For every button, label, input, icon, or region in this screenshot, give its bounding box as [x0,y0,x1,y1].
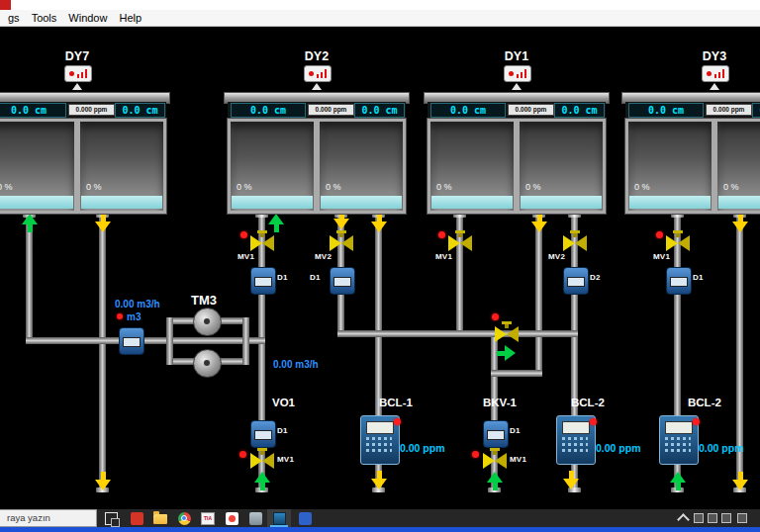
red-white-app-icon[interactable] [220,509,243,527]
pipe [337,330,578,337]
flow-meter[interactable] [119,327,144,355]
station-label-vo1: VO1 [272,397,295,408]
valve-mv2[interactable] [330,230,353,251]
station-label-bcl2: BCL-2 [688,397,721,408]
search-text: raya yazın [7,512,50,523]
flow-arrow-up-icon [22,214,38,232]
fill-percent: 0 % [0,182,13,192]
pipe [535,213,542,377]
tray-icon[interactable] [694,513,704,523]
flow-arrow-down-icon [95,472,111,490]
analyzer-reading: 0.00 ppm [596,442,641,454]
pump-loop-pipe [166,317,173,365]
liquid-level [321,196,402,209]
tank-cabinet-dy3: DY3 0.0 cm 0.000 ppm 0.0 cm 0 % 0 % [625,49,760,214]
tray-icon[interactable] [721,513,731,523]
tia-portal-icon[interactable]: TIA [196,509,220,527]
taskbar-search-input[interactable]: raya yazın [0,509,97,527]
flow-value: 0.00 m3/h [273,359,319,370]
fill-percent: 0 % [525,182,541,192]
tank-cabinet-dy1: DY1 0.0 cm 0.000 ppm 0.0 cm 0 % 0 % [428,49,606,214]
flow-meter[interactable] [666,267,692,295]
fill-percent: 0 % [634,182,650,192]
liquid-level [0,196,73,209]
valve-mv2[interactable] [563,230,587,251]
valve-bkv[interactable] [495,321,519,342]
meter-label: D1 [310,273,321,282]
tray-icon[interactable] [737,513,747,523]
analyzer-display [665,421,693,434]
ppm-readout: 0.000 ppm [706,104,752,116]
chrome-icon[interactable] [172,509,196,527]
folder-icon[interactable] [148,509,172,527]
tank-label: DY3 [625,49,760,63]
readout-row: 0.0 cm 0.000 ppm 0.0 cm [428,102,606,119]
flow-meter[interactable] [330,267,355,295]
meter-display [670,277,688,287]
level-sensor-icon [304,65,332,82]
meter-label: D1 [510,426,521,435]
alarm-indicator [492,313,499,320]
flow-arrow-up-icon [670,472,686,490]
level-sensor-icon [64,65,92,82]
tank-compartment: 0 % [231,122,314,211]
dosing-device[interactable] [483,420,509,448]
valve-mv1[interactable] [250,448,274,469]
menu-item-help[interactable]: Help [119,12,142,24]
tray-chevron-up-icon[interactable] [677,513,690,526]
station-label-bcl2: BCL-2 [571,397,605,408]
flow-arrow-down-icon [531,214,547,232]
scada-runtime-icon[interactable] [267,509,291,527]
desktop: { "window": { "menu": ["gs", "Tools", "W… [0,0,760,532]
flow-arrow-down-icon [371,471,387,489]
menu-item-window[interactable]: Window [68,12,107,24]
valve-label: MV1 [238,252,254,261]
valve-mv1[interactable] [448,230,472,251]
liquid-level [431,196,513,209]
tray-icon[interactable] [708,513,717,523]
level-readout: 0.0 cm [752,103,760,118]
readout-row: 0.0 cm 0.000 ppm 0.0 cm [625,102,760,119]
tank-label: DY7 [0,49,166,63]
gray-app-icon[interactable] [243,509,267,527]
valve-mv1[interactable] [666,230,690,251]
pipe [491,370,542,377]
pump[interactable] [193,308,222,336]
station-label-bkv1: BKV-1 [483,397,517,408]
readout-row: 0.0 cm 0.000 ppm 0.0 cm [228,102,406,119]
tank-compartment: 0 % [74,122,163,211]
tank-compartment: 0 % [628,122,712,211]
flow-arrow-down-icon [563,471,579,489]
flow-arrow-up-icon [487,472,503,490]
flow-meter[interactable] [250,267,276,295]
taskbar: raya yazın TIA [0,509,760,527]
analyzer-reading: 0.00 ppm [699,442,744,454]
tank-compartment: 0 % [712,122,760,211]
title-bar [0,0,760,10]
alarm-indicator [590,418,597,425]
flow-meter[interactable] [563,267,589,295]
task-view-icon[interactable] [99,509,123,527]
menu-item-tools[interactable]: Tools [32,12,57,24]
valve-mv1[interactable] [483,448,507,469]
valve-mv1[interactable] [250,230,274,251]
alarm-indicator [472,451,479,458]
ppm-readout: 0.000 ppm [308,104,354,116]
tank-compartment: 0 % [430,122,514,211]
red-app-icon[interactable] [125,509,148,527]
alarm-indicator [693,418,700,425]
station-label-bcl1: BCL-1 [379,397,413,408]
pump[interactable] [193,349,222,378]
level-readout: 0.0 cm [231,103,306,118]
blue-app-icon[interactable] [293,509,317,527]
dosing-device[interactable] [250,420,276,448]
meter-display [254,430,272,440]
menu-item-gs[interactable]: gs [8,12,20,24]
analyzer-reading: 0.00 ppm [400,442,445,454]
meter-display [567,277,585,287]
tank-compartment: 0 % [314,122,403,211]
readout-row: 0.0 cm 0.000 ppm 0.0 cm [0,102,166,119]
sensor-arrow-icon [72,83,82,90]
liquid-level [521,196,602,209]
flow-arrow-down-icon [95,214,111,232]
